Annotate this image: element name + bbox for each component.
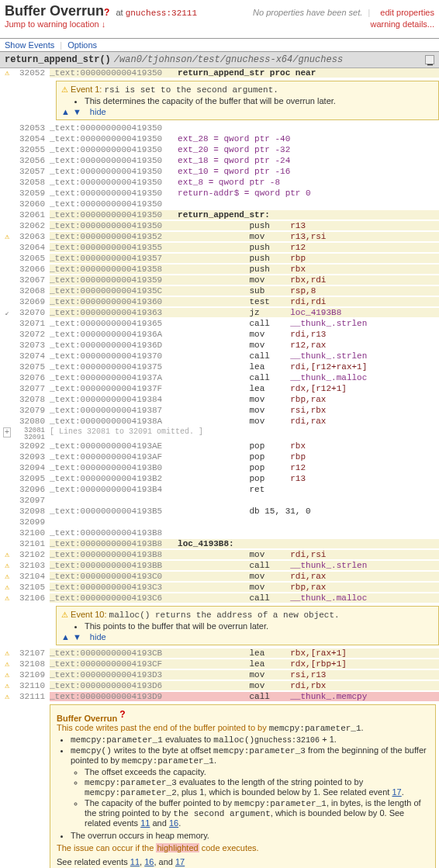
code-row: 32061_text:0000000000419350 return_appen…: [0, 210, 439, 221]
event-link-17[interactable]: 17: [175, 857, 185, 866]
branch-icon: ↙: [5, 310, 9, 317]
code-cell: _text:0000000000419375 lea rdi,[r12+rax+…: [50, 362, 439, 372]
no-properties: No properties have been set.: [253, 8, 362, 17]
line-number: 32106: [14, 593, 50, 603]
code-cell: _text:00000000004193BB call __thunk_.str…: [50, 561, 439, 570]
event-link-11[interactable]: 11: [130, 857, 140, 866]
code-cell: _text:0000000000419358 push rbx: [50, 265, 439, 274]
code-cell: _text:00000000004193B5 db 15, 31, 0: [50, 507, 439, 516]
event-link-16[interactable]: 16: [144, 857, 154, 866]
code-row: 32097: [0, 496, 439, 507]
code-cell: _text:0000000000419360 test rdi,rdi: [50, 297, 439, 306]
line-number: 32065: [14, 254, 50, 263]
code-cell: _text:0000000000419352 mov r13,rsi: [50, 232, 439, 241]
line-number: 32108: [14, 659, 50, 669]
jump-to-warning-link[interactable]: Jump to warning location ↓: [5, 19, 105, 29]
line-number: 32111: [14, 692, 50, 701]
event-hide-link[interactable]: hide: [90, 107, 106, 116]
code-cell: _text:0000000000419350: [50, 123, 439, 133]
code-row: 32101_text:00000000004193B8 loc_4193B8:: [0, 539, 439, 550]
line-number: 32097: [14, 496, 50, 505]
event-prev-icon[interactable]: ▲: [61, 107, 70, 116]
code-row: 32093_text:00000000004193AF pop rbp: [0, 452, 439, 463]
code-cell: _text:0000000000419350 return_append_str…: [50, 210, 439, 220]
line-number: 32079: [14, 406, 50, 415]
code-cell: _text:000000000041936A mov rdi,r13: [50, 330, 439, 339]
line-number: 32072: [14, 330, 50, 339]
line-number: 32054: [14, 134, 50, 144]
event-link-16[interactable]: 16: [169, 818, 178, 828]
line-number: 32100: [14, 528, 50, 538]
options-link[interactable]: Options: [67, 40, 97, 50]
code-cell: _text:000000000041936D mov r12,rax: [50, 341, 439, 350]
at-location[interactable]: gnuchess:32111: [126, 9, 197, 18]
code-cell: _text:00000000004193C6 call __thunk_.mal…: [50, 593, 439, 603]
code-row: 32098_text:00000000004193B5 db 15, 31, 0: [0, 507, 439, 517]
code-row: 32100_text:00000000004193B8: [0, 528, 439, 539]
line-number: 32055: [14, 145, 50, 154]
path-bar: return_append_str() /wan0/tjohnson/test/…: [0, 52, 439, 68]
line-number: 32075: [14, 362, 50, 372]
event-link-17[interactable]: 17: [392, 787, 401, 797]
warning-details-link[interactable]: warning details...: [370, 19, 434, 29]
code-cell: _text:00000000004193B8 mov rdi,rsi: [50, 550, 439, 559]
expand-icon[interactable]: +: [3, 427, 11, 437]
code-cell: _text:0000000000419370 call __thunk_.str…: [50, 351, 439, 361]
code-row: 32058_text:0000000000419350 ext_8 = qwor…: [0, 178, 439, 188]
code-cell: _text:00000000004193D6 mov rdi,rbx: [50, 681, 439, 690]
warning-icon: ⚠: [5, 682, 9, 690]
line-number: 32099: [14, 517, 50, 527]
code-cell: _text:0000000000419363 jz loc_4193B8: [50, 308, 439, 317]
line-number: 32110: [14, 681, 50, 690]
code-row: 32080_text:000000000041938A mov rdi,rax: [0, 417, 439, 427]
code-row: 32056_text:0000000000419350 ext_18 = qwo…: [0, 156, 439, 167]
event-prev-icon[interactable]: ▲: [61, 632, 70, 641]
event-box: ⚠ Event 10: malloc() returns the address…: [56, 606, 439, 645]
warning-icon: ⚠: [5, 69, 9, 78]
event-next-icon[interactable]: ▼: [73, 107, 81, 116]
line-number: 32070: [14, 308, 50, 317]
line-number: 32107: [14, 648, 50, 658]
code-row: 32053_text:0000000000419350: [0, 123, 439, 134]
code-row: 32059_text:0000000000419350 return-addr$…: [0, 188, 439, 199]
line-number: 32056: [14, 156, 50, 165]
function-name: return_append_str(): [5, 54, 111, 65]
code-cell: _text:0000000000419350 ext_8 = qword ptr…: [50, 178, 439, 187]
defect-details: Buffer Overrun ? This code writes past t…: [50, 704, 436, 868]
show-events-link[interactable]: Show Events: [5, 40, 54, 50]
line-number: 32064: [14, 243, 50, 252]
event-hide-link[interactable]: hide: [90, 632, 106, 641]
code-row: 32094_text:00000000004193B0 pop r12: [0, 463, 439, 474]
edit-properties-link[interactable]: edit properties: [380, 8, 434, 17]
event-box: ⚠ Event 1: rsi is set to the second argu…: [56, 81, 439, 120]
event-link-11[interactable]: 11: [140, 818, 150, 828]
line-number: 32093: [14, 452, 50, 462]
line-number: 32069: [14, 297, 50, 306]
line-number: 32071: [14, 319, 50, 328]
code-row: 32096_text:00000000004193B4 ret: [0, 485, 439, 496]
code-row: 32099: [0, 517, 439, 528]
line-number: 32059: [14, 188, 50, 198]
event-next-icon[interactable]: ▼: [73, 632, 81, 641]
code-cell: _text:0000000000419365 call __thunk_.str…: [50, 319, 439, 328]
code-cell: _text:0000000000419359 mov rbx,rdi: [50, 275, 439, 285]
code-cell: _text:0000000000419384 mov rbp,rax: [50, 395, 439, 404]
code-row: ⚠32109_text:00000000004193D3 mov rsi,r13: [0, 670, 439, 681]
code-cell: _text:0000000000419350 ext_18 = qword pt…: [50, 156, 439, 165]
help-icon[interactable]: ?: [104, 7, 109, 18]
header: Buffer Overrun ? at gnuchess:32111 No pr…: [0, 0, 439, 32]
warning-icon: ⚠: [5, 649, 9, 658]
code-row: 32072_text:000000000041936A mov rdi,r13: [0, 330, 439, 341]
code-cell: _text:000000000041935C sub rsp,8: [50, 286, 439, 296]
code-row: 32076_text:000000000041937A call __thunk…: [0, 373, 439, 384]
line-number: 32067: [14, 275, 50, 285]
minimize-icon[interactable]: ▁: [425, 55, 434, 64]
code-cell: _text:000000000041937F lea rdx,[r12+1]: [50, 384, 439, 393]
line-number: 32060: [14, 199, 50, 209]
code-cell: _text:0000000000419350 ext_28 = qword pt…: [50, 134, 439, 144]
code-row: ⚠32106_text:00000000004193C6 call __thun…: [0, 593, 439, 604]
code-cell: _text:00000000004193D3 mov rsi,r13: [50, 670, 439, 680]
line-number: 32101: [14, 539, 50, 548]
code-cell: _text:0000000000419350 ext_10 = qword pt…: [50, 167, 439, 176]
help-icon[interactable]: ?: [119, 709, 125, 720]
